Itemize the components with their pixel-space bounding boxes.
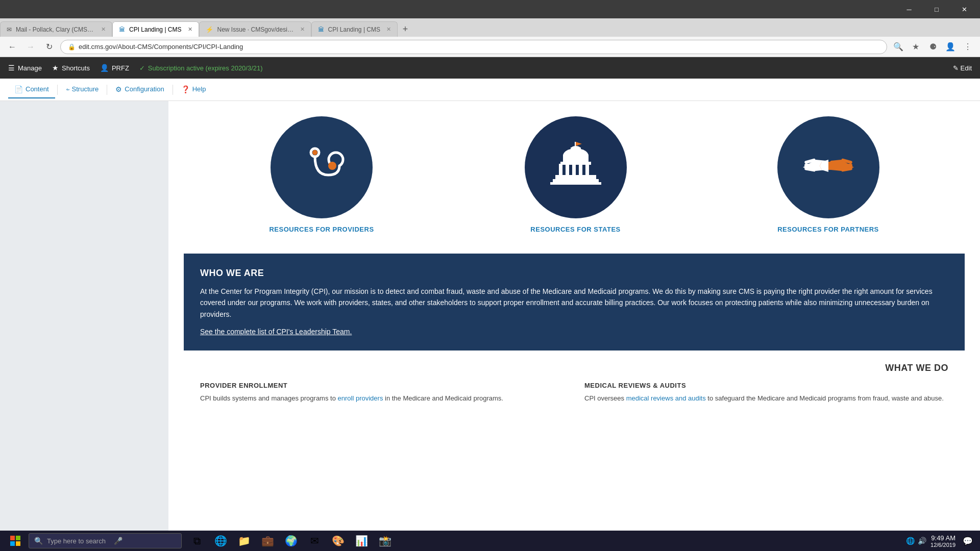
close-button[interactable]: ✕ [952, 0, 976, 18]
tab-cpi-landing-active[interactable]: 🏛 CPI Landing | CMS ✕ [112, 21, 199, 37]
tab-cpi2-favicon: 🏛 [318, 26, 324, 33]
taskbar-clock[interactable]: 9:49 AM 12/6/2019 [930, 534, 955, 548]
address-bar[interactable]: 🔒 edit.cms.gov/About-CMS/Components/CPI/… [60, 40, 887, 54]
medical-reviews-col: MEDICAL REVIEWS & AUDITS CPI oversees me… [584, 382, 948, 404]
outlook-app[interactable]: 📊 [350, 531, 373, 551]
states-card[interactable]: RESOURCES FOR STATES [525, 116, 627, 233]
search-icon: 🔍 [34, 537, 43, 545]
taskbar-search-box[interactable]: 🔍 Type here to search 🎤 [29, 533, 182, 548]
nav-configuration[interactable]: ⚙ Configuration [109, 81, 170, 98]
provider-text-before: CPI builds systems and manages programs … [200, 394, 338, 402]
windows-logo-icon [10, 536, 20, 546]
help-label: Help [192, 85, 206, 93]
more-icon[interactable]: ⋮ [961, 40, 975, 54]
photoshop-app[interactable]: 📸 [374, 531, 396, 551]
cms-admin-bar: ☰ Manage ★ Shortcuts 👤 PRFZ ✓ Subscripti… [0, 57, 980, 79]
nav-structure[interactable]: ⧜ Structure [60, 81, 105, 98]
colorful-app[interactable]: 🎨 [327, 531, 349, 551]
search-toolbar-icon[interactable]: 🔍 [891, 40, 905, 54]
tab-mail-close[interactable]: ✕ [101, 26, 106, 33]
user-icon: 👤 [100, 64, 109, 72]
window-controls: ─ □ ✕ [897, 0, 976, 18]
tab-cpi-landing-2[interactable]: 🏛 CPI Landing | CMS ✕ [311, 21, 398, 37]
content-icon: 📄 [14, 85, 23, 93]
tab-cpi2-close[interactable]: ✕ [386, 26, 391, 33]
content-area: RESOURCES FOR PROVIDERS [168, 101, 980, 531]
svg-rect-6 [566, 164, 569, 175]
taskbar-apps: ⧉ 🌐 📁 💼 🌍 ✉ 🎨 📊 📸 [186, 531, 396, 551]
svg-point-1 [312, 150, 317, 155]
checkmark-icon: ✓ [139, 64, 145, 72]
who-we-are-body: At the Center for Program Integrity (CPI… [200, 286, 948, 320]
edit-button[interactable]: ✎ Edit [953, 64, 972, 72]
svg-rect-24 [10, 536, 15, 540]
system-icons: 🌐 🔊 [906, 537, 926, 545]
taskview-button[interactable]: ⧉ [186, 531, 208, 551]
address-bar-row: ← → ↻ 🔒 edit.cms.gov/About-CMS/Component… [0, 37, 980, 57]
svg-rect-5 [559, 164, 562, 175]
hub-icon[interactable]: ⚈ [926, 40, 940, 54]
back-button[interactable]: ← [5, 40, 19, 54]
manage-menu[interactable]: ☰ Manage [8, 64, 42, 72]
edge-app[interactable]: 🌐 [209, 531, 232, 551]
enroll-providers-link[interactable]: enroll providers [338, 394, 383, 402]
bookmark-icon[interactable]: ★ [909, 40, 923, 54]
minimize-button[interactable]: ─ [897, 0, 921, 18]
medical-reviews-link[interactable]: medical reviews and audits [626, 394, 706, 402]
tab-github-title: New Issue · CMSgov/design-sys... [217, 26, 294, 33]
network-icon[interactable]: 🌐 [906, 537, 915, 545]
tab-github[interactable]: ⚡ New Issue · CMSgov/design-sys... ✕ [199, 21, 311, 37]
toolbar-icons: 🔍 ★ ⚈ 👤 ⋮ [891, 40, 975, 54]
notification-button[interactable]: 💬 [960, 533, 976, 549]
reload-button[interactable]: ↻ [42, 40, 56, 54]
date-display: 12/6/2019 [930, 542, 955, 548]
secure-icon: 🔒 [68, 43, 76, 51]
svg-rect-17 [550, 182, 601, 185]
tab-bar: ✉ Mail - Pollack, Clary (CMS/CTR) -... ✕… [0, 18, 980, 37]
what-we-do-section: WHAT WE DO PROVIDER ENROLLMENT CPI build… [184, 350, 965, 404]
new-tab-button[interactable]: + [398, 21, 413, 37]
restore-button[interactable]: □ [925, 0, 948, 18]
profile-icon[interactable]: 👤 [943, 40, 958, 54]
volume-icon[interactable]: 🔊 [918, 537, 926, 545]
subscription-status: ✓ Subscription active (expires 2020/3/21… [139, 64, 263, 72]
tab-github-favicon: ⚡ [206, 26, 213, 33]
svg-rect-7 [572, 164, 576, 175]
tab-mail[interactable]: ✉ Mail - Pollack, Clary (CMS/CTR) -... ✕ [0, 21, 112, 37]
who-we-are-section: WHO WE ARE At the Center for Program Int… [184, 254, 965, 350]
partners-card[interactable]: RESOURCES FOR PARTNERS [777, 116, 879, 233]
edit-label: ✎ Edit [953, 64, 972, 72]
explorer-app[interactable]: 📁 [233, 531, 255, 551]
states-label: RESOURCES FOR STATES [530, 226, 620, 233]
medical-reviews-heading: MEDICAL REVIEWS & AUDITS [584, 382, 948, 389]
user-label: PRFZ [112, 64, 129, 72]
svg-rect-26 [10, 541, 15, 546]
star-icon: ★ [52, 64, 59, 72]
what-we-do-title: WHAT WE DO [200, 363, 948, 373]
user-menu[interactable]: 👤 PRFZ [100, 64, 129, 72]
tab-mail-title: Mail - Pollack, Clary (CMS/CTR) -... [16, 26, 95, 33]
start-button[interactable] [4, 531, 27, 551]
providers-card[interactable]: RESOURCES FOR PROVIDERS [269, 116, 374, 233]
tab-cpi-close[interactable]: ✕ [188, 26, 192, 33]
handshake-icon [800, 139, 856, 195]
mail-app[interactable]: ✉ [303, 531, 326, 551]
svg-rect-3 [555, 175, 596, 179]
nav-divider-1 [57, 85, 58, 95]
manage-label: Manage [18, 64, 42, 72]
medical-text-before: CPI oversees [584, 394, 626, 402]
shortcuts-menu[interactable]: ★ Shortcuts [52, 64, 90, 72]
forward-button[interactable]: → [23, 40, 38, 54]
briefcase-app[interactable]: 💼 [256, 531, 279, 551]
states-circle [525, 116, 627, 218]
tab-github-close[interactable]: ✕ [300, 26, 305, 33]
nav-content[interactable]: 📄 Content [8, 81, 55, 98]
partners-circle [777, 116, 879, 218]
hamburger-icon: ☰ [8, 64, 15, 72]
nav-help[interactable]: ❓ Help [175, 81, 212, 98]
chrome-app[interactable]: 🌍 [280, 531, 302, 551]
provider-text-after: in the Medicare and Medicaid programs. [383, 394, 503, 402]
cms-content-nav: 📄 Content ⧜ Structure ⚙ Configuration ❓ … [0, 79, 980, 101]
leadership-team-link[interactable]: See the complete list of CPI's Leadershi… [200, 328, 352, 336]
svg-rect-4 [553, 179, 599, 182]
